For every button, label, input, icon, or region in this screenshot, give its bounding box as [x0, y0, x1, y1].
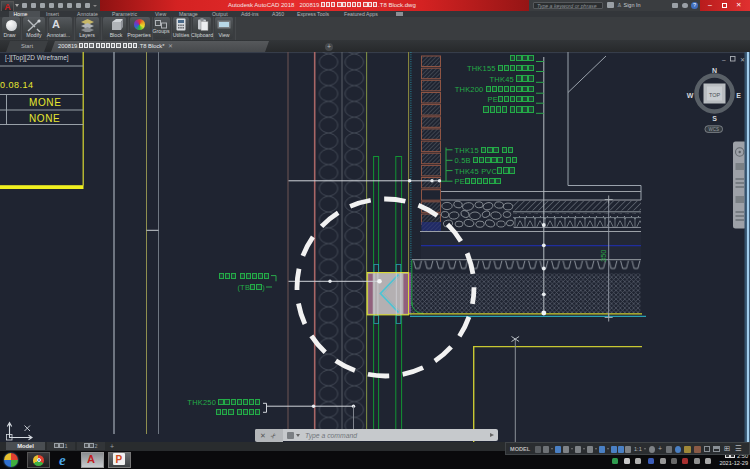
svg-text:N: N: [712, 67, 717, 74]
svg-text:WCS: WCS: [708, 127, 719, 132]
svg-text:E: E: [736, 92, 741, 99]
svg-text:TOP: TOP: [709, 92, 721, 98]
svg-text:–: –: [722, 56, 726, 63]
svg-text:✕: ✕: [740, 57, 745, 63]
svg-text:S: S: [712, 115, 717, 122]
svg-text:W: W: [687, 92, 694, 99]
svg-text:350: 350: [599, 249, 608, 262]
